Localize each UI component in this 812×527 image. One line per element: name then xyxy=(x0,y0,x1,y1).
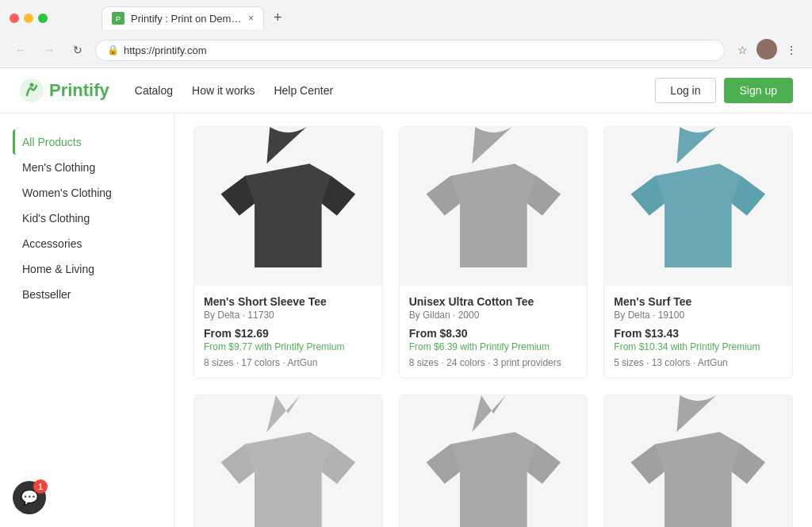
sidebar-item-all-products[interactable]: All Products xyxy=(13,129,161,155)
chat-badge: 1 xyxy=(33,479,48,494)
active-tab[interactable]: P Printify : Print on Demand × xyxy=(102,6,264,29)
product-card[interactable]: Men's Short Sleeve TeeBy Delta · 11730Fr… xyxy=(193,126,383,379)
browser-chrome: P Printify : Print on Demand × + ← → ↻ 🔒… xyxy=(0,0,812,68)
tab-bar: P Printify : Print on Demand × + xyxy=(54,6,802,29)
close-dot[interactable] xyxy=(10,13,19,23)
logo-link[interactable]: Printify xyxy=(19,78,109,103)
product-brand: By Gildan · 2000 xyxy=(409,310,578,321)
svg-text:P: P xyxy=(116,15,121,23)
product-image xyxy=(194,127,382,286)
product-price: From $8.30 xyxy=(409,327,578,340)
product-meta: 8 sizes · 24 colors · 3 print providers xyxy=(409,357,578,368)
product-card[interactable]: Unisex Ultra Cotton TeeBy Gildan · 2000F… xyxy=(399,126,588,379)
browser-dots xyxy=(10,13,48,23)
logo-text: Printify xyxy=(49,80,109,101)
site-nav: Catalog How it works Help Center xyxy=(135,84,333,97)
user-avatar[interactable] xyxy=(756,39,777,60)
sidebar-item-womens-clothing[interactable]: Women's Clothing xyxy=(13,180,161,206)
product-image xyxy=(194,395,382,527)
product-meta: 5 sizes · 13 colors · ArtGun xyxy=(614,357,783,368)
logo-icon xyxy=(19,78,44,103)
url-text: https://printify.com xyxy=(124,44,207,56)
sidebar-item-mens-clothing[interactable]: Men's Clothing xyxy=(13,155,161,180)
product-image xyxy=(400,127,588,286)
back-button[interactable]: ← xyxy=(10,39,32,61)
product-info: Unisex Ultra Cotton TeeBy Gildan · 2000F… xyxy=(400,286,588,378)
products-grid: Men's Short Sleeve TeeBy Delta · 11730Fr… xyxy=(193,126,793,527)
product-image xyxy=(400,395,588,527)
forward-button[interactable]: → xyxy=(38,39,60,61)
product-card[interactable]: Men's Surf TeeBy Delta · 19100From $13.4… xyxy=(603,126,793,379)
reload-button[interactable]: ↻ xyxy=(67,39,89,61)
browser-top-bar: P Printify : Print on Demand × + xyxy=(0,0,812,36)
minimize-dot[interactable] xyxy=(24,13,33,23)
product-premium-price: From $10.34 with Printify Premium xyxy=(614,341,783,352)
sidebar: All Products Men's Clothing Women's Clot… xyxy=(0,113,174,527)
product-info: Men's Surf TeeBy Delta · 19100From $13.4… xyxy=(604,286,792,378)
browser-action-buttons: ☆ ⋮ xyxy=(731,39,802,61)
product-name: Unisex Ultra Cotton Tee xyxy=(409,295,578,308)
bookmark-button[interactable]: ☆ xyxy=(731,39,753,61)
url-bar[interactable]: 🔒 https://printify.com xyxy=(95,40,725,61)
sidebar-item-home-living[interactable]: Home & Living xyxy=(13,256,161,282)
sidebar-item-bestseller[interactable]: Bestseller xyxy=(13,282,161,307)
menu-button[interactable]: ⋮ xyxy=(780,39,802,61)
sidebar-item-accessories[interactable]: Accessories xyxy=(13,231,161,256)
product-price: From $12.69 xyxy=(204,327,373,340)
product-card[interactable]: Men's Fitted V-Neck Short Sle... xyxy=(399,394,588,527)
product-card[interactable]: Men's Fitted Short Sleeve Tee xyxy=(603,394,793,527)
product-image xyxy=(604,127,792,286)
product-image xyxy=(604,395,792,527)
address-bar: ← → ↻ 🔒 https://printify.com ☆ ⋮ xyxy=(0,36,812,67)
product-info: Men's Short Sleeve TeeBy Delta · 11730Fr… xyxy=(194,286,382,378)
maximize-dot[interactable] xyxy=(38,13,48,23)
tab-title: Printify : Print on Demand xyxy=(131,13,242,25)
product-name: Men's Short Sleeve Tee xyxy=(204,295,373,308)
header-actions: Log in Sign up xyxy=(655,78,793,103)
tab-close-button[interactable]: × xyxy=(248,13,254,24)
site-header: Printify Catalog How it works Help Cente… xyxy=(0,68,812,113)
nav-how-it-works[interactable]: How it works xyxy=(192,84,255,97)
svg-point-2 xyxy=(20,79,44,102)
sidebar-item-kids-clothing[interactable]: Kid's Clothing xyxy=(13,206,161,231)
chat-widget[interactable]: 💬 1 xyxy=(13,481,46,514)
product-brand: By Delta · 11730 xyxy=(204,310,373,321)
signup-button[interactable]: Sign up xyxy=(724,78,793,103)
nav-catalog[interactable]: Catalog xyxy=(135,84,173,97)
login-button[interactable]: Log in xyxy=(655,78,715,103)
products-area: Men's Short Sleeve TeeBy Delta · 11730Fr… xyxy=(174,113,812,527)
main-layout: All Products Men's Clothing Women's Clot… xyxy=(0,113,812,527)
product-premium-price: From $6.39 with Printify Premium xyxy=(409,341,578,352)
tab-favicon: P xyxy=(112,12,124,25)
new-tab-button[interactable]: + xyxy=(267,6,289,29)
svg-point-3 xyxy=(30,83,34,87)
product-price: From $13.43 xyxy=(614,327,783,340)
product-card[interactable]: Unisex Jersey Short Sleeve V... xyxy=(193,394,383,527)
product-name: Men's Surf Tee xyxy=(614,295,783,308)
lock-icon: 🔒 xyxy=(107,44,119,56)
product-meta: 8 sizes · 17 colors · ArtGun xyxy=(204,357,373,368)
nav-help-center[interactable]: Help Center xyxy=(274,84,333,97)
product-premium-price: From $9.77 with Printify Premium xyxy=(204,341,373,352)
product-brand: By Delta · 19100 xyxy=(614,310,783,321)
